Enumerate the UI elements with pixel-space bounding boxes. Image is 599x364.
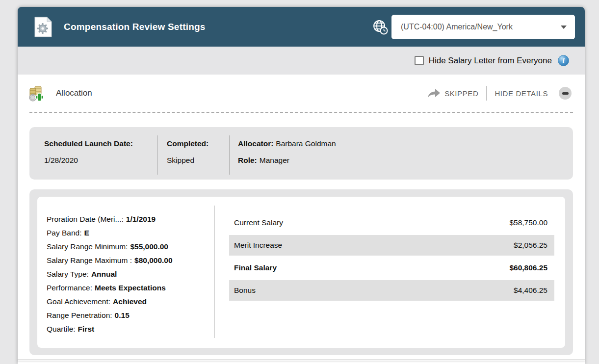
skip-arrow-icon [427, 88, 441, 99]
detail-goal-achievement: Goal Achievement:Achieved [47, 295, 214, 309]
employee-detail-list: Proration Date (Meri...:1/1/2019 Pay Ban… [37, 197, 214, 348]
allocation-section-header: Allocation SKIPPED HIDE DETAILS [18, 75, 585, 112]
info-icon[interactable]: i [558, 55, 569, 66]
section-title: Allocation [56, 88, 92, 98]
allocation-detail-card: Proration Date (Meri...:1/1/2019 Pay Ban… [29, 189, 573, 355]
launch-date-label: Scheduled Launch Date: [44, 139, 133, 148]
timezone-select[interactable]: (UTC-04:00) America/New_York [391, 15, 575, 39]
main-panel: Compensation Review Settings (UTC-04:00)… [18, 7, 585, 364]
detail-salary-range-max: Salary Range Maximum :$80,000.00 [47, 254, 214, 267]
allocation-money-icon [28, 85, 45, 102]
section-bottom-divider [18, 359, 585, 361]
allocator-value: Barbara Goldman [276, 139, 336, 148]
minus-icon [562, 92, 569, 95]
chevron-down-icon [561, 26, 567, 29]
detail-performance: Performance:Meets Expectations [47, 281, 214, 295]
summary-completed: Completed: Skipped [158, 135, 230, 175]
summary-allocator: Allocator:Barbara Goldman Role:Manager [230, 135, 573, 180]
table-row-final-salary: Final Salary$60,806.25 [229, 258, 554, 278]
launch-date-value: 1/28/2020 [44, 156, 78, 164]
divider [486, 86, 487, 101]
completed-value: Skipped [167, 156, 194, 164]
detail-range-penetration: Range Penetration:0.15 [47, 309, 214, 322]
detail-proration-date: Proration Date (Meri...:1/1/2019 [47, 212, 214, 226]
timezone-selected-value: (UTC-04:00) America/New_York [401, 23, 561, 31]
detail-salary-type: Salary Type:Annual [47, 267, 214, 281]
allocator-label: Allocator: [238, 139, 273, 148]
table-row-bonus: Bonus$4,406.25 [229, 280, 554, 301]
table-row-current-salary: Current Salary$58,750.00 [229, 212, 554, 233]
page-title: Compensation Review Settings [64, 22, 206, 32]
role-value: Manager [260, 156, 289, 164]
detail-pay-band: Pay Band:E [47, 226, 214, 240]
detail-quartile: Quartile:First [47, 322, 214, 336]
timezone-globe-icon [372, 19, 388, 35]
table-row-merit-increase: Merit Increase$2,056.25 [229, 235, 554, 256]
status-badge: SKIPPED [444, 89, 478, 98]
summary-card: Scheduled Launch Date: 1/28/2020 Complet… [29, 127, 573, 180]
header-bar: Compensation Review Settings (UTC-04:00)… [18, 7, 585, 47]
dashed-separator [29, 112, 573, 113]
summary-launch-date: Scheduled Launch Date: 1/28/2020 [29, 135, 158, 175]
role-label: Role: [238, 156, 257, 164]
detail-salary-range-min: Salary Range Minimum:$55,000.00 [47, 240, 214, 254]
document-gear-icon [34, 17, 52, 37]
options-band: Hide Salary Letter from Everyone i [18, 47, 585, 75]
detail-inner-card: Proration Date (Meri...:1/1/2019 Pay Ban… [37, 197, 565, 348]
collapse-section-button[interactable] [559, 87, 572, 100]
completed-label: Completed: [167, 139, 208, 148]
hide-details-button[interactable]: HIDE DETAILS [495, 89, 548, 98]
hide-salary-letter-checkbox[interactable] [415, 56, 424, 65]
hide-salary-letter-label: Hide Salary Letter from Everyone [429, 56, 552, 66]
salary-table: Current Salary$58,750.00 Merit Increase$… [215, 197, 565, 348]
